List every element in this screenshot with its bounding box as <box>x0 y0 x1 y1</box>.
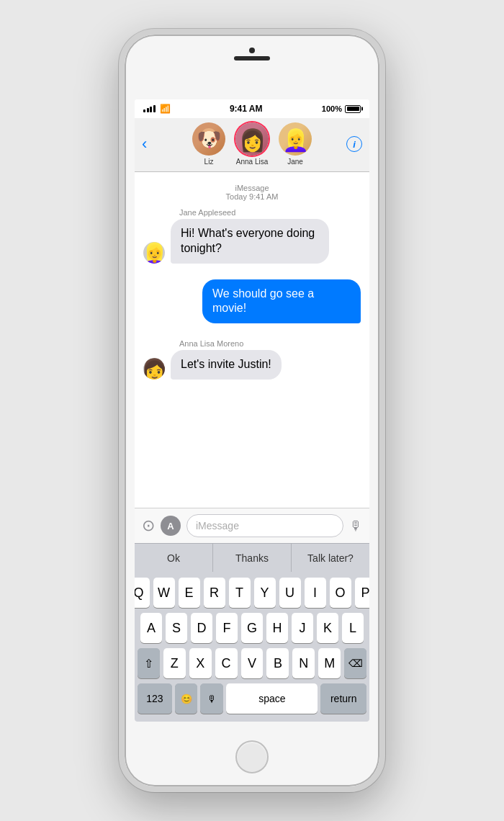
key-b[interactable]: B <box>266 648 289 678</box>
battery-icon <box>345 105 361 113</box>
home-button[interactable] <box>235 740 269 773</box>
status-left: 📶 <box>143 104 171 114</box>
key-row-1: Q W E R T Y U I O P <box>138 578 366 608</box>
message-row-jane: Hi! What's everyone doing tonight? <box>143 219 361 264</box>
key-v[interactable]: V <box>241 648 264 678</box>
mic-button[interactable]: 🎙 <box>349 519 362 534</box>
status-right: 100% <box>322 104 361 113</box>
avatar-label-annalisa: Anna Lisa <box>236 158 268 166</box>
phone-top-sensors <box>234 48 270 60</box>
key-s[interactable]: S <box>166 613 187 643</box>
avatar-item-jane[interactable]: Jane <box>279 122 312 166</box>
avatar-item-annalisa[interactable]: Anna Lisa <box>235 122 269 166</box>
key-p[interactable]: P <box>355 578 370 608</box>
input-area: ⊙ A iMessage 🎙 <box>135 508 369 543</box>
key-n[interactable]: N <box>292 648 315 678</box>
sender-jane: Jane Appleseed <box>179 208 361 217</box>
imessage-label: iMessage <box>235 184 269 192</box>
avatar-jane <box>279 122 312 156</box>
battery-fill <box>347 107 359 111</box>
signal-bar-4 <box>153 105 156 112</box>
key-a[interactable]: A <box>140 613 162 643</box>
info-icon: i <box>346 136 362 152</box>
bubble-outgoing: We should go see a movie! <box>202 279 361 324</box>
nav-bar: ‹ Liz Anna Lisa Jane i <box>135 118 369 172</box>
key-m[interactable]: M <box>318 648 341 678</box>
key-e[interactable]: E <box>179 578 200 608</box>
key-row-2: A S D F G H J K L <box>138 613 366 643</box>
signal-bar-2 <box>147 108 149 112</box>
wifi-icon: 📶 <box>160 104 171 114</box>
backspace-key[interactable]: ⌫ <box>344 648 366 678</box>
numbers-key[interactable]: 123 <box>138 683 172 714</box>
key-x[interactable]: X <box>189 648 212 678</box>
key-d[interactable]: D <box>191 613 212 643</box>
predictive-thanks[interactable]: Thanks <box>213 544 292 572</box>
message-row-outgoing: We should go see a movie! <box>143 279 361 324</box>
phone-shell: 📶 9:41 AM 100% ‹ Liz <box>119 29 385 792</box>
signal-bar-3 <box>150 107 152 112</box>
key-c[interactable]: C <box>215 648 238 678</box>
msg-avatar-jane <box>143 242 165 264</box>
key-y[interactable]: Y <box>254 578 276 608</box>
phone-screen: 📶 9:41 AM 100% ‹ Liz <box>135 99 369 722</box>
camera-button[interactable]: ⊙ <box>142 516 155 535</box>
key-g[interactable]: G <box>241 613 263 643</box>
avatar-label-jane: Jane <box>287 158 303 166</box>
key-k[interactable]: K <box>317 613 338 643</box>
avatar-liz <box>192 122 225 156</box>
status-bar: 📶 9:41 AM 100% <box>135 99 369 118</box>
input-placeholder: iMessage <box>196 520 239 531</box>
emoji-key[interactable]: 😊 <box>175 683 198 714</box>
key-j[interactable]: J <box>292 613 313 643</box>
speaker-bar <box>234 56 270 60</box>
avatar-annalisa <box>235 122 269 156</box>
key-h[interactable]: H <box>266 613 288 643</box>
key-z[interactable]: Z <box>163 648 186 678</box>
status-time: 9:41 AM <box>230 104 263 114</box>
message-row-anna: Let's invite Justin! <box>143 350 361 380</box>
predictive-talk-later[interactable]: Talk later? <box>292 544 369 572</box>
battery-body <box>345 105 361 113</box>
imessage-input[interactable]: iMessage <box>186 514 343 537</box>
signal-bar-1 <box>143 109 145 112</box>
key-o[interactable]: O <box>330 578 351 608</box>
bubble-jane: Hi! What's everyone doing tonight? <box>171 219 329 264</box>
battery-percent: 100% <box>322 104 342 113</box>
dictation-key[interactable]: 🎙 <box>200 683 223 714</box>
sender-anna: Anna Lisa Moreno <box>179 339 361 348</box>
camera-dot <box>249 48 255 53</box>
msg-avatar-anna <box>143 358 165 380</box>
messages-area[interactable]: iMessage Today 9:41 AM Jane Appleseed Hi… <box>135 172 369 508</box>
key-w[interactable]: W <box>153 578 175 608</box>
avatar-label-liz: Liz <box>204 158 214 166</box>
key-row-3: ⇧ Z X C V B N M ⌫ <box>138 648 366 678</box>
shift-key[interactable]: ⇧ <box>138 648 160 678</box>
key-l[interactable]: L <box>342 613 364 643</box>
key-t[interactable]: T <box>229 578 251 608</box>
appstore-button[interactable]: A <box>161 516 181 536</box>
key-q[interactable]: Q <box>135 578 150 608</box>
timestamp-label: iMessage Today 9:41 AM <box>143 184 361 201</box>
key-u[interactable]: U <box>279 578 301 608</box>
key-i[interactable]: I <box>305 578 326 608</box>
key-row-bottom: 123 😊 🎙 space return <box>138 683 366 714</box>
key-f[interactable]: F <box>216 613 238 643</box>
bubble-anna: Let's invite Justin! <box>171 350 282 380</box>
space-key[interactable]: space <box>226 683 318 714</box>
avatar-item-liz[interactable]: Liz <box>192 122 225 166</box>
nav-avatars: Liz Anna Lisa Jane <box>163 122 341 166</box>
predictive-bar: Ok Thanks Talk later? <box>135 543 369 572</box>
signal-bars <box>143 105 156 112</box>
predictive-ok[interactable]: Ok <box>135 544 213 572</box>
return-key[interactable]: return <box>320 683 366 714</box>
timestamp-date: Today 9:41 AM <box>226 192 279 201</box>
info-button[interactable]: i <box>341 136 362 152</box>
keyboard: Q W E R T Y U I O P A S D F G H J K <box>135 572 369 722</box>
key-r[interactable]: R <box>204 578 225 608</box>
back-button[interactable]: ‹ <box>142 135 163 153</box>
